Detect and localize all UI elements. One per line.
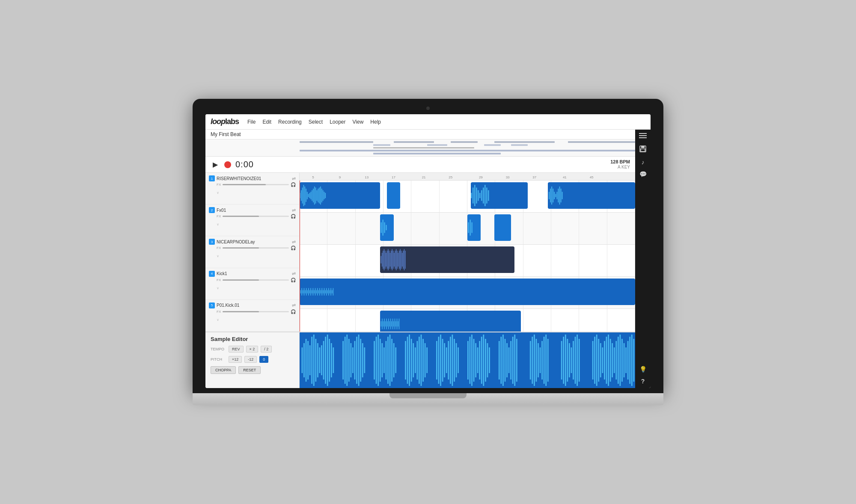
headphone-icon-3[interactable]: 🎧 xyxy=(291,246,296,250)
svg-rect-204 xyxy=(502,335,504,386)
expand-icon-2[interactable]: ∨ xyxy=(217,222,219,226)
track-row-3[interactable] xyxy=(300,245,635,277)
menu-view[interactable]: View xyxy=(353,119,364,125)
svg-rect-211 xyxy=(516,339,517,382)
menu-looper[interactable]: Looper xyxy=(330,119,345,125)
record-button[interactable] xyxy=(224,161,231,168)
volume-slider-1[interactable] xyxy=(223,184,289,185)
menu-edit[interactable]: Edit xyxy=(262,119,271,125)
x2-button[interactable]: × 2 xyxy=(246,346,259,353)
shuffle-icon-2[interactable]: ⇌ xyxy=(292,208,296,213)
svg-rect-120 xyxy=(395,321,396,326)
svg-rect-24 xyxy=(474,185,476,206)
expand-icon-4[interactable]: ∨ xyxy=(217,286,219,290)
expand-icon-5[interactable]: ∨ xyxy=(217,318,219,322)
track-header-top-4: 4 Kick1 ⇌ xyxy=(209,271,296,277)
sidebar-icon-lightbulb[interactable]: 💡 xyxy=(639,366,647,373)
headphone-icon-4[interactable]: 🎧 xyxy=(291,278,296,282)
shuffle-icon-1[interactable]: ⇌ xyxy=(292,176,296,181)
track-name-3: NICEARPNODELay xyxy=(217,240,290,244)
svg-rect-13 xyxy=(315,187,316,203)
svg-rect-182 xyxy=(444,343,445,377)
svg-rect-208 xyxy=(510,341,511,379)
svg-rect-244 xyxy=(615,341,617,379)
choppa-button[interactable]: CHOPPA xyxy=(211,366,236,374)
svg-rect-223 xyxy=(563,337,564,384)
svg-rect-199 xyxy=(485,339,486,382)
menu-recording[interactable]: Recording xyxy=(278,119,302,125)
rev-button[interactable]: REV xyxy=(229,346,244,353)
plus12-button[interactable]: +12 xyxy=(229,356,242,363)
sidebar-icon-save[interactable] xyxy=(639,145,646,154)
sidebar-icon-music[interactable]: ♪ xyxy=(642,159,645,166)
svg-rect-205 xyxy=(505,339,506,382)
audio-block-4-1[interactable] xyxy=(300,279,635,305)
headphone-icon-1[interactable]: 🎧 xyxy=(291,182,296,187)
sidebar-icon-grid[interactable] xyxy=(639,133,647,140)
track-row-2[interactable] xyxy=(300,213,635,245)
svg-rect-101 xyxy=(328,288,329,295)
play-button[interactable]: ▶ xyxy=(211,160,220,169)
shuffle-icon-5[interactable]: ⇌ xyxy=(292,302,296,308)
audio-block-1-3[interactable] xyxy=(471,182,528,209)
shuffle-icon-3[interactable]: ⇌ xyxy=(292,239,296,245)
sidebar-icon-chat[interactable]: 💬 xyxy=(639,171,647,178)
fx-label-1: FX xyxy=(217,183,221,187)
headphone-icon-2[interactable]: 🎧 xyxy=(291,214,296,219)
expand-icon-3[interactable]: ∨ xyxy=(217,254,219,258)
svg-rect-173 xyxy=(419,337,420,384)
volume-slider-2[interactable] xyxy=(223,216,289,217)
svg-rect-224 xyxy=(565,335,566,386)
mini-overview xyxy=(205,139,635,157)
audio-block-2-2[interactable] xyxy=(467,214,481,241)
track-row-4[interactable] xyxy=(300,277,635,309)
svg-rect-162 xyxy=(389,335,391,386)
svg-rect-192 xyxy=(471,335,473,386)
svg-rect-100 xyxy=(327,290,328,293)
menu-select[interactable]: Select xyxy=(309,119,323,125)
headphone-icon-5[interactable]: 🎧 xyxy=(291,309,296,314)
sample-waveform[interactable] xyxy=(300,332,635,388)
svg-rect-176 xyxy=(425,343,426,377)
volume-slider-4[interactable] xyxy=(223,279,289,281)
track-controls-4: FX 🎧 xyxy=(209,278,296,282)
track-num-2: 2 xyxy=(209,207,215,213)
div2-button[interactable]: / 2 xyxy=(261,346,272,353)
svg-rect-57 xyxy=(387,251,388,269)
audio-block-5-1[interactable] xyxy=(380,311,521,332)
sample-editor-controls: Sample Editor TEMPO REV × 2 / 2 PITCH xyxy=(205,332,300,388)
svg-rect-190 xyxy=(467,341,469,379)
track-controls-1: FX 🎧 xyxy=(209,182,296,187)
reset-button[interactable]: RESET xyxy=(238,366,261,374)
svg-rect-189 xyxy=(458,347,459,373)
timeline-ruler: 5 9 13 17 21 25 29 33 37 41 xyxy=(300,173,635,181)
volume-slider-5[interactable] xyxy=(223,311,289,312)
svg-rect-32 xyxy=(488,190,489,201)
svg-rect-140 xyxy=(331,343,332,377)
audio-block-2-1[interactable] xyxy=(380,214,393,241)
audio-block-2-3[interactable] xyxy=(494,214,511,241)
screen: looplabs File Edit Recording Select Loop… xyxy=(205,114,651,388)
svg-rect-212 xyxy=(530,341,531,379)
svg-rect-95 xyxy=(321,288,322,295)
minus12-button[interactable]: -12 xyxy=(244,356,257,363)
volume-slider-3[interactable] xyxy=(223,247,289,249)
menu-help[interactable]: Help xyxy=(370,119,381,125)
audio-block-1-1[interactable] xyxy=(300,182,380,209)
audio-block-1-4[interactable] xyxy=(548,182,635,209)
svg-rect-168 xyxy=(409,335,410,386)
zero-button[interactable]: 0 xyxy=(259,356,268,363)
sidebar-icon-help[interactable]: ? xyxy=(641,378,645,385)
shuffle-icon-4[interactable]: ⇌ xyxy=(292,271,296,276)
svg-rect-242 xyxy=(612,343,613,377)
svg-rect-184 xyxy=(448,341,449,379)
svg-rect-228 xyxy=(573,341,574,379)
track-header-5: 5 P01.Kick.01 ⇌ FX xyxy=(205,300,299,332)
menu-file[interactable]: File xyxy=(247,119,256,125)
track-row-1[interactable] xyxy=(300,181,635,213)
track-row-5[interactable] xyxy=(300,309,635,332)
audio-block-3-1[interactable] xyxy=(380,246,514,273)
svg-rect-128 xyxy=(307,341,309,379)
audio-block-1-2[interactable] xyxy=(387,182,400,209)
expand-icon-1[interactable]: ∨ xyxy=(217,191,219,195)
